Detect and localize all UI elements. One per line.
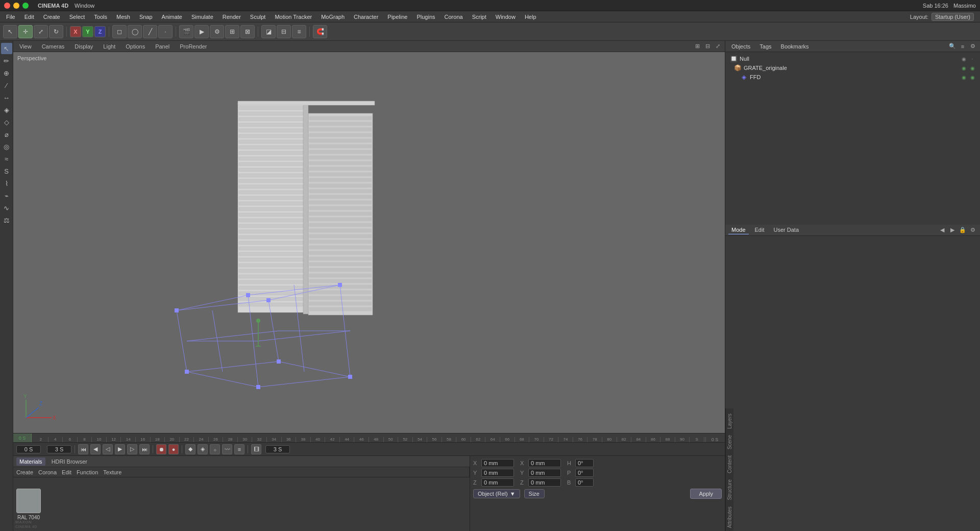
- loop-tool[interactable]: ⌀: [1, 129, 12, 140]
- axis-y-btn[interactable]: Y: [82, 26, 93, 37]
- menu-plugins[interactable]: Plugins: [412, 13, 439, 21]
- layout-selector[interactable]: Layout: Startup (User): [910, 13, 978, 21]
- slide-tool[interactable]: ≈: [1, 153, 12, 164]
- extrude-tool[interactable]: ◈: [1, 104, 12, 115]
- vp-tab-view[interactable]: View: [16, 42, 35, 51]
- vp-icon-3[interactable]: ⤢: [714, 42, 722, 51]
- sculpt2-tool[interactable]: ∿: [1, 202, 12, 213]
- vp-tab-panel[interactable]: Panel: [152, 42, 173, 51]
- timeline-bar[interactable]: 0 S 2 4 6 8 10 12 14 16 18 20 22 24 26 2…: [13, 433, 725, 442]
- cursor-tool-btn[interactable]: ↖: [3, 25, 17, 38]
- track-btn[interactable]: ≡: [234, 444, 244, 454]
- sculpt-tool[interactable]: ⌇: [1, 178, 12, 189]
- coord-mode-dropdown[interactable]: Object (Rel) ▼: [473, 489, 520, 498]
- null-vis-1[interactable]: ◉: [960, 56, 967, 62]
- vp-tab-prorender[interactable]: ProRender: [177, 42, 210, 51]
- vp-tab-display[interactable]: Display: [71, 42, 96, 51]
- motion-path-btn[interactable]: 〰: [222, 444, 232, 454]
- panel-tab-objects[interactable]: Objects: [728, 42, 753, 51]
- v-tab-content[interactable]: Content: [725, 452, 734, 476]
- total-time-display[interactable]: 3 S: [265, 445, 290, 453]
- rotate-tool-btn[interactable]: ↻: [49, 25, 63, 38]
- move-tool-btn[interactable]: ✛: [18, 25, 33, 38]
- vp-icon-2[interactable]: ⊟: [703, 42, 712, 51]
- x-pos-input[interactable]: [481, 459, 514, 467]
- display-mode-btn[interactable]: ◪: [261, 25, 276, 38]
- p-input[interactable]: [575, 469, 594, 477]
- magnet-tool[interactable]: S: [1, 165, 12, 177]
- clone-tool[interactable]: ⊕: [1, 67, 12, 79]
- edge-mode-btn[interactable]: ╱: [143, 25, 157, 38]
- ffd-vis-2[interactable]: ◉: [969, 75, 976, 80]
- ffd-vis-1[interactable]: ◉: [960, 75, 967, 80]
- object-mode-btn[interactable]: ◯: [128, 25, 142, 38]
- mat-menu-corona[interactable]: Corona: [38, 469, 57, 475]
- mat-tab-materials[interactable]: Materials: [16, 457, 45, 466]
- menu-animate[interactable]: Animate: [158, 13, 186, 21]
- attr-nav-lock[interactable]: 🔒: [959, 226, 967, 234]
- grate-vis-2[interactable]: ◉: [969, 65, 976, 71]
- play-reverse-btn[interactable]: ◁: [103, 444, 113, 454]
- z-pos-input[interactable]: [481, 478, 514, 487]
- menu-snap[interactable]: Snap: [135, 13, 157, 21]
- filter-btn[interactable]: ≡: [292, 25, 306, 38]
- material-item-ral7040[interactable]: RAL 7040: [16, 489, 41, 520]
- step-back-btn[interactable]: ◀: [90, 444, 101, 454]
- go-end-btn[interactable]: ⏭: [139, 444, 150, 454]
- viewport-canvas[interactable]: Perspective: [13, 52, 725, 433]
- menu-mograph[interactable]: MoGraph: [317, 13, 349, 21]
- v-tab-layers[interactable]: Layers: [725, 411, 734, 432]
- menu-sculpt[interactable]: Sculpt: [246, 13, 270, 21]
- attr-nav-right[interactable]: ▶: [948, 226, 957, 234]
- key-btn[interactable]: ◆: [185, 444, 195, 454]
- mat-menu-texture[interactable]: Texture: [103, 469, 121, 475]
- vp-tab-light[interactable]: Light: [100, 42, 118, 51]
- v-tab-attr[interactable]: Attributes: [725, 503, 734, 531]
- menu-character[interactable]: Character: [350, 13, 382, 21]
- menu-file[interactable]: File: [2, 13, 19, 21]
- size-label-btn[interactable]: Size: [524, 489, 545, 498]
- y-size-input[interactable]: [528, 469, 561, 477]
- menu-window[interactable]: Window: [492, 13, 520, 21]
- record-btn[interactable]: ⏺: [156, 444, 166, 454]
- b-input[interactable]: [575, 478, 594, 487]
- layout-value[interactable]: Startup (User): [932, 13, 974, 21]
- panel-tab-bookmarks[interactable]: Bookmarks: [778, 42, 812, 51]
- wireframe-btn[interactable]: ⊟: [277, 25, 291, 38]
- weld-tool[interactable]: ◎: [1, 141, 12, 152]
- bridge-tool[interactable]: ↔: [1, 92, 12, 103]
- mat-menu-edit[interactable]: Edit: [62, 469, 71, 475]
- menu-corona[interactable]: Corona: [440, 13, 467, 21]
- grate-vis-1[interactable]: ◉: [960, 65, 967, 71]
- render-btn[interactable]: ▶: [194, 25, 209, 38]
- mat-menu-create[interactable]: Create: [16, 469, 33, 475]
- panel-settings-icon[interactable]: ⚙: [969, 42, 977, 51]
- vp-icon-1[interactable]: ⊞: [693, 42, 701, 51]
- menu-motion-tracker[interactable]: Motion Tracker: [271, 13, 316, 21]
- close-button[interactable]: [4, 3, 10, 9]
- attr-tab-user-data[interactable]: User Data: [771, 226, 802, 234]
- obj-grate[interactable]: 📦 GRATE_originale ◉ ◉: [727, 63, 978, 73]
- render-seq-btn[interactable]: 🎞: [251, 444, 261, 454]
- render-settings-btn[interactable]: ⚙: [210, 25, 224, 38]
- mat-menu-function[interactable]: Function: [77, 469, 98, 475]
- h-input[interactable]: [575, 459, 594, 467]
- z-size-input[interactable]: [528, 478, 561, 487]
- paint-tool[interactable]: ✏: [1, 55, 12, 66]
- select-all-btn[interactable]: ◻: [112, 25, 127, 38]
- mat-tab-hdri[interactable]: HDRI Browser: [48, 457, 90, 466]
- v-tab-scene[interactable]: Scene: [725, 432, 734, 452]
- auto-key-btn[interactable]: ●: [168, 444, 179, 454]
- menu-create[interactable]: Create: [39, 13, 64, 21]
- y-pos-input[interactable]: [481, 469, 514, 477]
- menu-mesh[interactable]: Mesh: [112, 13, 134, 21]
- apply-button[interactable]: Apply: [690, 489, 722, 499]
- play-btn[interactable]: ▶: [115, 444, 125, 454]
- weight-tool[interactable]: ⚖: [1, 214, 12, 226]
- snap-btn[interactable]: 🧲: [313, 25, 327, 38]
- panel-tab-tags[interactable]: Tags: [756, 42, 774, 51]
- selection-tool[interactable]: ↖: [1, 43, 12, 54]
- menu-simulate[interactable]: Simulate: [187, 13, 217, 21]
- v-tab-struct[interactable]: Structure: [725, 476, 734, 503]
- vp-tab-cameras[interactable]: Cameras: [39, 42, 68, 51]
